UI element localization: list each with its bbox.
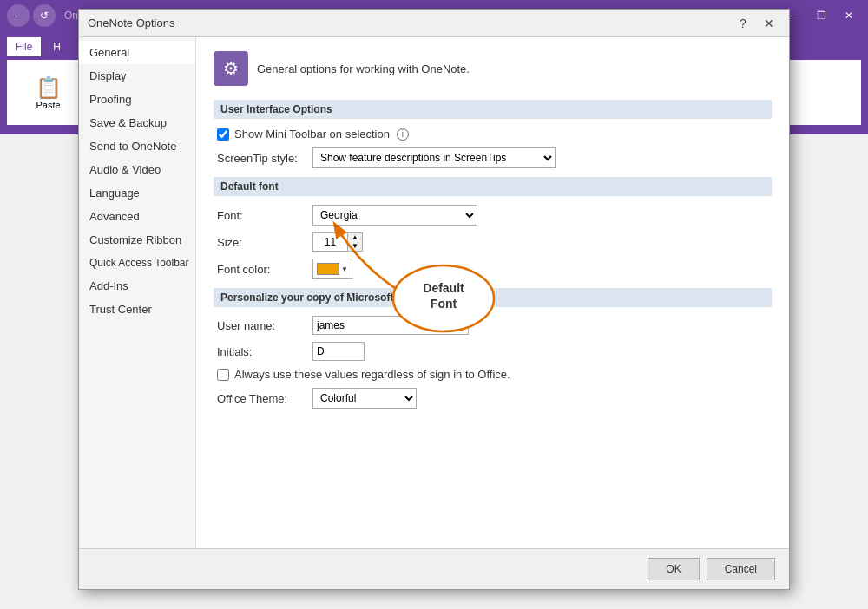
spinner-buttons: ▲ ▼ [347, 232, 363, 252]
paste-icon: 📋 [36, 75, 62, 100]
section-icon: ⚙ [214, 51, 248, 86]
cancel-button[interactable]: Cancel [707, 558, 775, 580]
dialog-controls: ? ✕ [732, 14, 780, 33]
options-dialog: OneNote Options ? ✕ General Display Proo… [78, 9, 790, 590]
color-swatch [317, 263, 339, 275]
nav-item-display[interactable]: Display [79, 64, 195, 88]
font-color-label: Font color: [217, 263, 312, 276]
office-theme-row: Office Theme: Colorful Dark Gray White [214, 388, 772, 409]
always-use-checkbox[interactable] [217, 369, 229, 381]
username-label-underline: User name: [217, 319, 275, 332]
initials-row: Initials: D [214, 342, 772, 361]
nav-item-trust-center[interactable]: Trust Center [79, 298, 195, 321]
mini-toolbar-checkbox[interactable] [217, 128, 229, 141]
personalize-header: Personalize your copy of Microsoft [214, 288, 772, 307]
nav-item-quick-access-toolbar[interactable]: Quick Access Toolbar [79, 252, 195, 274]
section-description: General options for working with OneNote… [257, 62, 470, 75]
office-theme-select[interactable]: Colorful Dark Gray White [312, 388, 417, 409]
size-spinner: 11 ▲ ▼ [312, 232, 363, 252]
clipboard-group: 📋 Paste [14, 63, 83, 121]
mini-toolbar-label: Show Mini Toolbar on selection [234, 128, 390, 141]
nav-item-general[interactable]: General [79, 41, 195, 64]
file-tab[interactable]: File [7, 37, 41, 56]
gear-icon: ⚙ [223, 58, 239, 79]
font-color-row: Font color: ▼ [214, 259, 772, 279]
size-label: Size: [217, 236, 312, 249]
font-color-button[interactable]: ▼ [312, 259, 352, 279]
options-nav: General Display Proofing Save & Backup S… [79, 37, 196, 548]
dialog-footer: OK Cancel [79, 548, 789, 589]
screentip-label: ScreenTip style: [217, 152, 312, 165]
info-icon[interactable]: i [397, 128, 409, 141]
paste-button[interactable]: 📋 Paste [30, 74, 67, 112]
ok-button[interactable]: OK [648, 558, 699, 580]
nav-item-add-ins[interactable]: Add-Ins [79, 274, 195, 298]
mini-toolbar-row: Show Mini Toolbar on selection i [214, 128, 772, 141]
default-font-header: Default font [214, 177, 772, 196]
size-row: Size: 11 ▲ ▼ [214, 232, 772, 252]
size-down-button[interactable]: ▼ [348, 242, 362, 251]
always-use-values-row: Always use these values regardless of si… [214, 368, 772, 381]
ui-options-header: User Interface Options [214, 100, 772, 119]
screentip-row: ScreenTip style: Show feature descriptio… [214, 147, 772, 168]
initials-label: Initials: [217, 345, 312, 358]
font-row: Font: Georgia [214, 205, 772, 226]
nav-item-audio-video[interactable]: Audio & Video [79, 158, 195, 181]
dialog-body: General Display Proofing Save & Backup S… [79, 37, 789, 548]
app-close-button[interactable]: ✕ [837, 4, 861, 27]
dialog-help-button[interactable]: ? [732, 14, 754, 33]
screentip-select[interactable]: Show feature descriptions in ScreenTips … [312, 147, 556, 168]
nav-item-proofing[interactable]: Proofing [79, 88, 195, 111]
initials-input[interactable]: D [312, 342, 365, 361]
maximize-button[interactable]: ❐ [809, 4, 833, 27]
username-row: User name: james [214, 316, 772, 335]
font-label: Font: [217, 209, 312, 222]
always-use-label: Always use these values regardless of si… [234, 368, 510, 381]
paste-label: Paste [36, 100, 60, 110]
nav-item-send-to-onenote[interactable]: Send to OneNote [79, 134, 195, 158]
size-input[interactable]: 11 [312, 232, 347, 252]
home-tab[interactable]: H [44, 37, 69, 56]
office-theme-label: Office Theme: [217, 392, 312, 405]
dialog-close-button[interactable]: ✕ [758, 14, 780, 33]
dialog-titlebar: OneNote Options ? ✕ [79, 10, 789, 37]
color-dropdown-arrow: ▼ [341, 265, 348, 273]
nav-item-customize-ribbon[interactable]: Customize Ribbon [79, 228, 195, 252]
font-select[interactable]: Georgia [312, 205, 477, 226]
nav-item-language[interactable]: Language [79, 181, 195, 205]
undo-button[interactable]: ↺ [33, 4, 56, 27]
username-input[interactable]: james [312, 316, 469, 335]
nav-item-advanced[interactable]: Advanced [79, 205, 195, 228]
dialog-title: OneNote Options [88, 16, 732, 29]
section-header: ⚙ General options for working with OneNo… [214, 51, 772, 86]
back-button[interactable]: ← [7, 4, 30, 27]
username-label: User name: [217, 319, 312, 332]
nav-item-save-backup[interactable]: Save & Backup [79, 111, 195, 134]
size-up-button[interactable]: ▲ [348, 233, 362, 242]
options-content: ⚙ General options for working with OneNo… [196, 37, 789, 548]
nav-buttons: ← ↺ [7, 4, 56, 27]
